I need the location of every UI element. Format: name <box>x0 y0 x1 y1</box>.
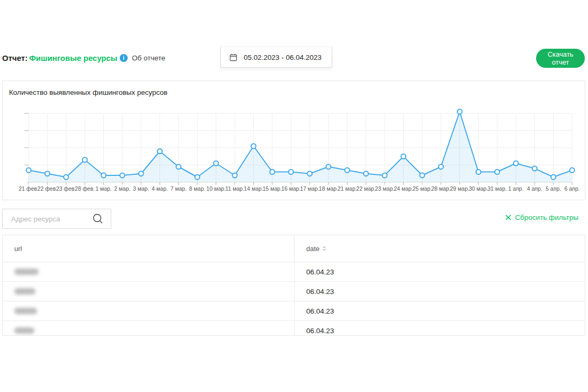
data-point-marker <box>101 173 106 178</box>
x-axis-label: 4 апр. <box>527 185 542 192</box>
sort-icon <box>323 246 326 251</box>
date-range-picker[interactable]: 05.02.2023 - 06.04.2023 <box>220 47 332 68</box>
x-axis-label: 1 апр. <box>508 185 523 192</box>
line-chart: 21 фев.22 фев.23 фев.28 фев.1 мар.2 мар.… <box>3 81 585 200</box>
data-point-marker <box>495 170 500 174</box>
url-cell <box>3 262 295 281</box>
reset-filters-button[interactable]: Сбросить фильтры <box>505 213 578 221</box>
data-point-marker <box>157 149 162 154</box>
resource-search-box <box>2 209 111 229</box>
data-point-marker <box>213 161 218 166</box>
date-cell: 06.04.23 <box>295 301 585 320</box>
url-cell <box>3 282 295 301</box>
report-label: Отчет: <box>2 54 28 63</box>
x-axis-label: 4 мар. <box>152 185 168 192</box>
x-axis-label: 22 мар. <box>357 185 376 192</box>
data-point-marker <box>326 164 331 169</box>
date-cell: 06.04.23 <box>295 262 585 281</box>
phishing-chart-panel: Количество выявленных фишинговых ресурсо… <box>2 81 585 200</box>
data-point-marker <box>532 166 537 171</box>
x-axis-label: 5 апр. <box>546 185 561 192</box>
data-point-marker <box>233 173 237 178</box>
data-point-marker <box>139 171 144 176</box>
search-icon[interactable] <box>92 213 104 225</box>
data-point-marker <box>345 168 350 173</box>
x-axis-label: 6 апр. <box>564 185 580 192</box>
x-axis-label: 14 мар. <box>244 185 263 192</box>
x-axis-label: 22 фев. <box>38 185 58 192</box>
x-axis-label: 7 мар. <box>171 185 187 192</box>
x-axis-label: 15 мар. <box>263 185 282 192</box>
data-point-marker <box>476 170 481 174</box>
date-cell: 06.04.23 <box>295 282 585 301</box>
chart-series-line <box>29 112 572 177</box>
column-header-date-label: date <box>306 245 319 253</box>
redacted-url <box>14 308 37 314</box>
x-axis-label: 23 фев. <box>56 185 76 192</box>
x-axis-label: 8 мар. <box>189 185 206 192</box>
table-row[interactable]: 06.04.23 <box>3 262 585 282</box>
data-point-marker <box>551 175 556 180</box>
redacted-url <box>14 288 35 295</box>
data-point-marker <box>570 168 575 173</box>
data-point-marker <box>195 175 200 180</box>
redacted-url <box>14 327 34 334</box>
about-report-link[interactable]: i Об отчете <box>120 54 165 62</box>
redacted-url <box>14 269 39 275</box>
data-point-marker <box>513 161 518 166</box>
x-axis-label: 11 мар. <box>225 185 244 192</box>
data-point-marker <box>439 164 443 169</box>
reset-filters-label: Сбросить фильтры <box>515 213 578 221</box>
x-axis-label: 28 фев. <box>75 185 95 192</box>
data-point-marker <box>176 164 181 169</box>
report-type-value: Фишинговые ресурсы <box>29 54 118 63</box>
data-point-marker <box>363 171 368 176</box>
x-axis-label: 17 мар. <box>300 185 319 192</box>
data-point-marker <box>270 170 274 174</box>
data-point-marker <box>64 175 68 180</box>
x-axis-label: 10 мар. <box>207 185 226 192</box>
x-axis-label: 21 мар. <box>337 185 357 192</box>
resource-search-input[interactable] <box>3 215 92 224</box>
table-body: 06.04.2306.04.2306.04.2306.04.23 <box>3 262 585 336</box>
data-point-marker <box>382 173 387 178</box>
table-row[interactable]: 06.04.23 <box>3 282 585 301</box>
data-point-marker <box>45 171 50 176</box>
data-point-marker <box>401 154 406 159</box>
data-point-marker <box>26 168 31 173</box>
x-axis-label: 24 мар. <box>394 185 413 192</box>
data-point-marker <box>457 109 462 114</box>
x-axis-label: 16 мар. <box>281 185 300 192</box>
x-axis-label: 28 мар. <box>431 185 450 192</box>
data-point-marker <box>289 170 293 174</box>
about-report-label: Об отчете <box>132 54 165 62</box>
column-header-url: url <box>3 235 295 262</box>
x-axis-label: 29 мар. <box>450 185 469 192</box>
calendar-icon <box>229 54 237 61</box>
table-header: url date <box>3 235 585 262</box>
data-point-marker <box>251 144 256 148</box>
close-icon <box>505 215 511 220</box>
x-axis-label: 18 мар. <box>319 185 338 192</box>
download-report-button[interactable]: Скачать отчет <box>536 49 585 68</box>
table-row[interactable]: 06.04.23 <box>3 301 585 321</box>
x-axis-label: 23 мар. <box>375 185 394 192</box>
x-axis-label: 1 мар. <box>95 185 112 192</box>
x-axis-label: 25 мар. <box>413 185 432 192</box>
column-header-date[interactable]: date <box>295 235 585 262</box>
url-cell <box>3 321 295 336</box>
x-axis-label: 2 мар. <box>114 185 131 192</box>
x-axis-label: 3 мар. <box>133 185 149 192</box>
x-axis-label: 30 мар. <box>469 185 488 192</box>
data-point-marker <box>307 171 312 176</box>
date-range-value: 05.02.2023 - 06.04.2023 <box>244 54 322 61</box>
table-row[interactable]: 06.04.23 <box>3 321 585 336</box>
data-point-marker <box>120 173 124 178</box>
x-axis-label: 31 мар. <box>487 185 506 192</box>
data-point-marker <box>83 157 87 162</box>
url-cell <box>3 301 295 320</box>
report-type-dropdown[interactable]: Фишинговые ресурсы <box>29 54 126 63</box>
x-axis-label: 21 фев. <box>19 185 39 192</box>
results-table: url date 06.04.2306.04.2306.04.2306.04.2… <box>2 235 585 336</box>
data-point-marker <box>420 173 424 178</box>
